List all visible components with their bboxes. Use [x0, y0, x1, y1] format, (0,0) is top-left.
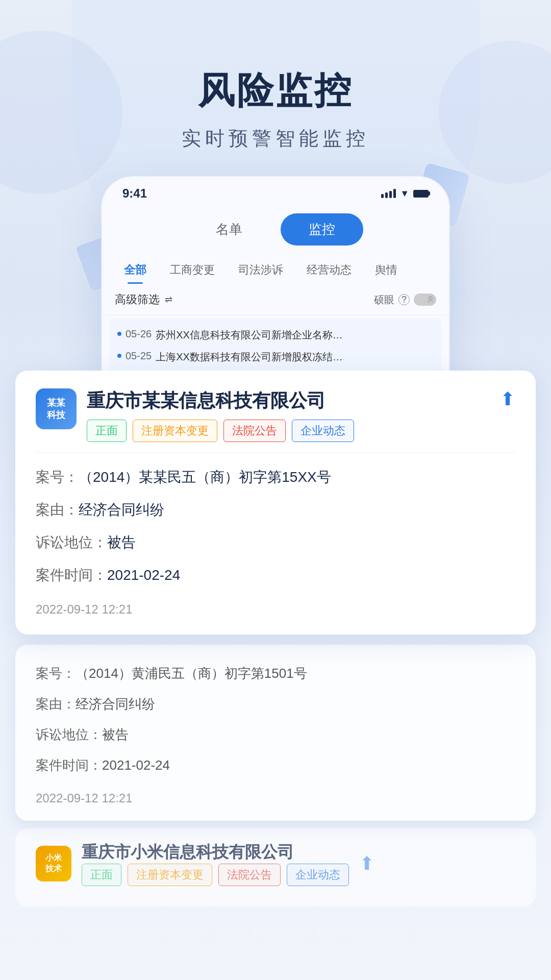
second-position-label: 诉讼地位： [36, 721, 102, 748]
second-time-value: 2021-02-24 [102, 752, 170, 778]
third-card: 小米 技术 重庆市小米信息科技有限公司 正面 注册资本变更 法院公告 企业动态 … [15, 828, 536, 906]
status-icons: ▼ [381, 188, 429, 199]
company-logo: 某某 科技 [36, 388, 77, 429]
second-cause-value: 经济合同纠纷 [76, 691, 155, 717]
news-dot [117, 354, 121, 358]
position-label: 诉讼地位： [36, 528, 107, 557]
second-card-timestamp: 2022-09-12 12:21 [36, 791, 515, 805]
second-card: 案号： （2014）黄浦民五（商）初字第1501号 案由： 经济合同纠纷 诉讼地… [15, 645, 536, 821]
shuo-yan-label: 硕眼 [374, 293, 394, 307]
cat-tab-operations[interactable]: 经营动态 [297, 258, 361, 282]
time-row: 案件时间： 2021-02-24 [36, 561, 515, 590]
third-logo-text-top: 小米 [45, 853, 62, 864]
cat-tab-all[interactable]: 全部 [115, 258, 156, 282]
category-tabs: 全部 工商变更 司法涉诉 经营动态 舆情 [102, 253, 449, 284]
news-date-1: 05-26 [126, 328, 152, 340]
time-value: 2021-02-24 [107, 561, 180, 590]
cat-tab-judicial[interactable]: 司法涉诉 [229, 258, 292, 282]
news-date-2: 05-25 [126, 350, 152, 362]
news-text-2: 上海XX数据科技有限公司新增股权冻结事件 [156, 350, 349, 364]
main-card: 某某 科技 重庆市某某信息科技有限公司 正面 注册资本变更 法院公告 企业动态 … [15, 371, 536, 634]
position-row: 诉讼地位： 被告 [36, 528, 515, 557]
tab-list-button[interactable]: 名单 [188, 213, 270, 246]
cat-tab-media[interactable]: 舆情 [366, 258, 407, 282]
tag-court-notice: 法院公告 [223, 420, 286, 442]
wifi-icon: ▼ [400, 188, 409, 199]
tag-capital-change: 注册资本变更 [133, 420, 217, 442]
third-logo: 小米 技术 [36, 846, 71, 881]
second-case-no-row: 案号： （2014）黄浦民五（商）初字第1501号 [36, 660, 515, 687]
logo-text-top: 某某 [47, 397, 65, 409]
cat-tab-business[interactable]: 工商变更 [161, 258, 224, 282]
card-divider [36, 452, 515, 453]
phone-status-bar: 9:41 ▼ [102, 177, 449, 206]
third-company-info: 重庆市小米信息科技有限公司 正面 注册资本变更 法院公告 企业动态 [82, 841, 349, 886]
tab-monitor-button[interactable]: 监控 [281, 213, 363, 246]
toggle-switch[interactable]: 关 [414, 293, 436, 306]
toggle-label: 关 [427, 295, 434, 304]
card-timestamp: 2022-09-12 12:21 [36, 602, 515, 617]
third-share-button[interactable]: ⬆ [359, 853, 374, 874]
third-tag-positive: 正面 [82, 864, 121, 886]
card-company-info: 某某 科技 重庆市某某信息科技有限公司 正面 注册资本变更 法院公告 企业动态 [36, 388, 354, 442]
company-name: 重庆市某某信息科技有限公司 [87, 388, 354, 413]
question-icon: ? [398, 294, 410, 305]
third-tag-dynamics: 企业动态 [287, 864, 349, 886]
filter-bar: 高级筛选 ⇌ 硕眼 ? 关 [102, 284, 449, 315]
second-cause-row: 案由： 经济合同纠纷 [36, 691, 515, 717]
third-card-header: 小米 技术 重庆市小米信息科技有限公司 正面 注册资本变更 法院公告 企业动态 … [36, 841, 515, 886]
filter-label: 高级筛选 [115, 292, 160, 307]
filter-right: 硕眼 ? 关 [374, 293, 436, 307]
time-label: 案件时间： [36, 561, 107, 590]
signal-icon [381, 189, 396, 198]
main-title: 风险监控 [0, 66, 551, 115]
second-card-info: 案号： （2014）黄浦民五（商）初字第1501号 案由： 经济合同纠纷 诉讼地… [36, 660, 515, 778]
share-button[interactable]: ⬆ [500, 388, 515, 410]
card-header: 某某 科技 重庆市某某信息科技有限公司 正面 注册资本变更 法院公告 企业动态 … [36, 388, 515, 442]
second-position-row: 诉讼地位： 被告 [36, 721, 515, 748]
company-tags: 正面 注册资本变更 法院公告 企业动态 [87, 420, 354, 442]
second-case-no-value: （2014）黄浦民五（商）初字第1501号 [76, 660, 307, 687]
status-time: 9:41 [122, 186, 147, 201]
tag-company-dynamics: 企业动态 [292, 420, 354, 442]
third-logo-text-bottom: 技术 [45, 864, 62, 874]
third-company-name: 重庆市小米信息科技有限公司 [82, 841, 349, 864]
news-text-1: 苏州XX信息科技有限公司新增企业名称变更信... [156, 328, 349, 342]
cause-row: 案由： 经济合同纠纷 [36, 496, 515, 524]
phone-tabs: 名单 监控 [102, 206, 449, 253]
second-time-label: 案件时间： [36, 752, 102, 778]
filter-left[interactable]: 高级筛选 ⇌ [115, 292, 172, 307]
sub-title: 实时预警智能监控 [0, 126, 551, 152]
case-info: 案号： （2014）某某民五（商）初字第15XX号 案由： 经济合同纠纷 诉讼地… [36, 463, 515, 590]
header-section: 风险监控 实时预警智能监控 [0, 0, 551, 152]
position-value: 被告 [107, 528, 136, 557]
company-details: 重庆市某某信息科技有限公司 正面 注册资本变更 法院公告 企业动态 [87, 388, 354, 442]
second-cause-label: 案由： [36, 691, 76, 717]
second-case-no-label: 案号： [36, 660, 76, 687]
case-no-label: 案号： [36, 463, 79, 492]
third-tag-capital: 注册资本变更 [128, 864, 212, 886]
cause-value: 经济合同纠纷 [79, 496, 164, 524]
filter-icon: ⇌ [165, 294, 172, 305]
news-item-2[interactable]: 05-25 上海XX数据科技有限公司新增股权冻结事件 [117, 346, 434, 368]
tag-positive: 正面 [87, 420, 127, 442]
logo-text-bottom: 科技 [47, 409, 65, 421]
cause-label: 案由： [36, 496, 79, 524]
second-position-value: 被告 [102, 721, 129, 748]
case-no-value: （2014）某某民五（商）初字第15XX号 [79, 463, 331, 492]
news-item-1[interactable]: 05-26 苏州XX信息科技有限公司新增企业名称变更信... [117, 324, 434, 346]
news-dot [117, 332, 121, 336]
third-tag-court: 法院公告 [218, 864, 281, 886]
case-no-row: 案号： （2014）某某民五（商）初字第15XX号 [36, 463, 515, 492]
third-tags: 正面 注册资本变更 法院公告 企业动态 [82, 864, 349, 886]
battery-icon [413, 190, 429, 198]
second-time-row: 案件时间： 2021-02-24 [36, 752, 515, 778]
